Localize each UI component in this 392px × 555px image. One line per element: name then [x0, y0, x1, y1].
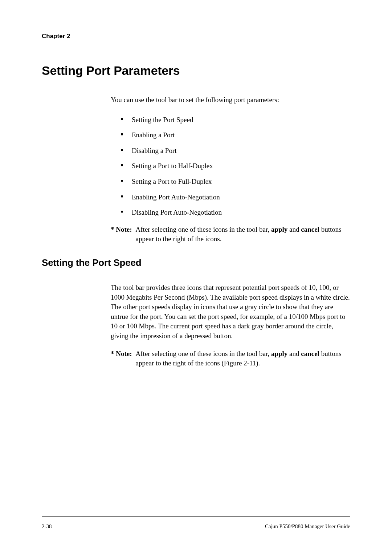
parameter-list: Setting the Port Speed Enabling a Port D… [121, 115, 350, 218]
list-item: Setting a Port to Full-Duplex [121, 177, 350, 187]
list-item: Enabling Port Auto-Negotiation [121, 193, 350, 202]
section-body: You can use the tool bar to set the foll… [111, 95, 350, 244]
apply-word: apply [271, 226, 287, 233]
guide-title: Cajun P550/P880 Manager User Guide [265, 523, 350, 530]
list-item: Setting the Port Speed [121, 115, 350, 125]
apply-word: apply [271, 350, 287, 357]
note-text-part: After selecting one of these icons in th… [136, 350, 271, 357]
subsection-body: The tool bar provides three icons that r… [111, 283, 350, 368]
header-rule [42, 48, 350, 48]
note-block: * Note: After selecting one of these ico… [111, 349, 350, 368]
note-text: After selecting one of these icons in th… [136, 349, 350, 368]
chapter-header: Chapter 2 [42, 33, 350, 40]
note-block: * Note: After selecting one of these ico… [111, 225, 350, 244]
list-item: Disabling a Port [121, 146, 350, 156]
note-text-part: After selecting one of these icons in th… [136, 226, 271, 233]
list-item: Enabling a Port [121, 130, 350, 140]
page-footer: 2-38 Cajun P550/P880 Manager User Guide [42, 516, 350, 530]
cancel-word: cancel [301, 226, 319, 233]
footer-rule [42, 516, 350, 517]
page-number: 2-38 [42, 523, 52, 530]
list-item: Setting a Port to Half-Duplex [121, 161, 350, 171]
subsection-title: Setting the Port Speed [42, 257, 350, 268]
note-text: After selecting one of these icons in th… [136, 225, 350, 244]
section-title: Setting Port Parameters [42, 64, 350, 78]
note-label: * Note: [111, 225, 132, 244]
note-label: * Note: [111, 349, 132, 368]
note-text-part: and [287, 350, 301, 357]
note-text-part: and [287, 226, 301, 233]
intro-paragraph: You can use the tool bar to set the foll… [111, 95, 350, 105]
speed-paragraph: The tool bar provides three icons that r… [111, 283, 350, 341]
cancel-word: cancel [301, 350, 319, 357]
list-item: Disabling Port Auto-Negotiation [121, 208, 350, 218]
